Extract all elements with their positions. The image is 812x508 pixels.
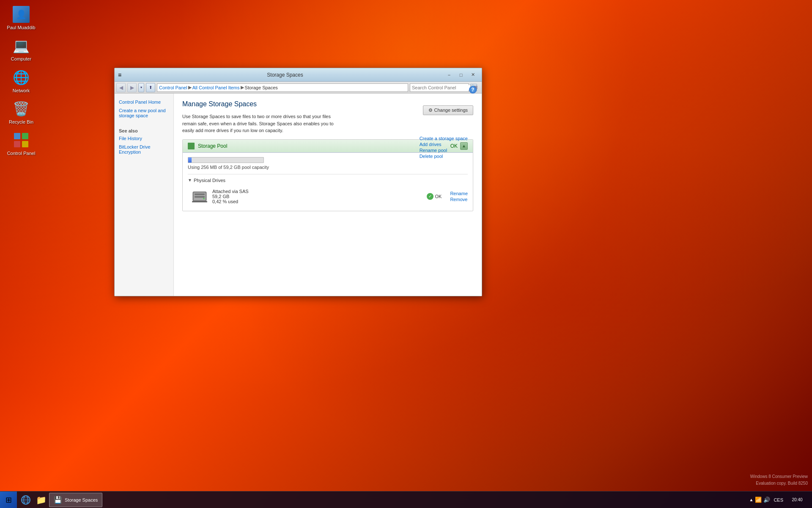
user-icon: 👤	[13, 6, 30, 23]
pool-collapse-button[interactable]: ▲	[460, 142, 468, 150]
file-explorer-icon: 📁	[36, 495, 47, 505]
window-controls: − □ ✕	[444, 71, 478, 79]
path-sep-2: ▶	[241, 85, 244, 90]
taskbar-clock[interactable]: 20:40	[787, 497, 808, 502]
storage-spaces-taskbar-label: Storage Spaces	[65, 497, 98, 502]
storage-spaces-window: ≡ Storage Spaces − □ ✕ ◀ ▶ ▾ ⬆ Control P…	[114, 68, 482, 296]
desktop-icons: 👤 Paul Muaddib 💻 Computer 🌐 Network 🗑️ R…	[4, 4, 38, 158]
drive-status: ✓ OK	[427, 193, 442, 200]
taskbar-items: 📁 💾 Storage Spaces	[17, 491, 745, 508]
svg-rect-9	[192, 201, 207, 202]
desktop-icon-control-panel[interactable]: Control Panel	[4, 130, 38, 158]
network-icon-label: Network	[13, 88, 30, 94]
storage-spaces-taskbar-icon: 💾	[54, 496, 62, 504]
volume-tray-icon: 🔊	[763, 497, 770, 503]
status-check-icon: ✓	[427, 193, 433, 200]
taskbar-ces-label: CES	[774, 497, 783, 502]
pool-name: Storage Pool	[198, 143, 227, 149]
main-content: Manage Storage Spaces Use Storage Spaces…	[174, 94, 482, 296]
windows-logo: ⊞	[5, 495, 12, 505]
sidebar-see-also-header: See also	[115, 127, 173, 134]
sidebar-create-pool[interactable]: Create a new pool and storage space	[115, 106, 173, 120]
path-sep-1: ▶	[188, 85, 192, 90]
sidebar: Control Panel Home Create a new pool and…	[115, 94, 174, 296]
drive-connection: Attached via SAS	[212, 189, 427, 194]
desktop-icon-computer[interactable]: 💻 Computer	[4, 36, 38, 64]
remove-drive-link[interactable]: Remove	[450, 197, 468, 202]
drive-usage: 0,42 % used	[212, 199, 427, 204]
description-text: Use Storage Spaces to save files to two …	[182, 113, 335, 134]
change-settings-label: Change settings	[434, 108, 468, 113]
help-button[interactable]: ?	[469, 86, 477, 94]
recycle-bin-icon: 🗑️	[13, 100, 30, 117]
create-storage-space-link[interactable]: Create a storage space	[420, 136, 468, 141]
computer-icon-label: Computer	[11, 56, 31, 62]
capacity-fill	[188, 157, 192, 163]
drive-status-text: OK	[435, 194, 442, 199]
computer-icon: 💻	[13, 37, 30, 54]
tray-icons: ▲ 📶 🔊	[749, 497, 770, 503]
pd-title: Physical Drives	[194, 178, 225, 183]
path-all-items[interactable]: All Control Panel Items	[192, 85, 240, 90]
physical-drives-header[interactable]: ▼ Physical Drives	[188, 178, 468, 183]
storage-pool-section: Storage Pool OK ▲ Create a storage space…	[182, 139, 473, 211]
drive-size: 59,2 GB	[212, 194, 427, 199]
recycle-bin-icon-label: Recycle Bin	[9, 119, 33, 125]
settings-icon: ⚙	[428, 108, 433, 113]
back-button[interactable]: ◀	[116, 83, 126, 92]
pool-status-right: OK ▲	[450, 142, 468, 150]
taskbar-item-storage-spaces[interactable]: 💾 Storage Spaces	[49, 493, 102, 507]
sidebar-bitlocker[interactable]: BitLocker Drive Encryption	[115, 143, 173, 156]
nav-dropdown-button[interactable]: ▾	[138, 83, 144, 92]
capacity-bar-container: Using 256 MB of 59,2 GB pool capacity	[188, 157, 468, 170]
clock-time: 20:40	[792, 497, 802, 502]
search-input[interactable]	[412, 85, 470, 90]
window-body: Control Panel Home Create a new pool and…	[115, 94, 482, 296]
drive-icon	[191, 189, 208, 204]
recent-locations-button[interactable]: ⬆	[146, 83, 155, 92]
address-bar: ◀ ▶ ▾ ⬆ Control Panel ▶ All Control Pane…	[115, 82, 482, 94]
taskbar-item-file-explorer[interactable]: 📁	[34, 493, 48, 507]
capacity-text: Using 256 MB of 59,2 GB pool capacity	[188, 165, 468, 170]
control-panel-icon	[13, 132, 30, 149]
sidebar-control-panel-home[interactable]: Control Panel Home	[115, 98, 173, 106]
address-path[interactable]: Control Panel ▶ All Control Panel Items …	[157, 83, 408, 92]
pool-color-indicator	[188, 143, 195, 149]
svg-rect-6	[195, 193, 205, 195]
desktop-icon-paul[interactable]: 👤 Paul Muaddib	[4, 4, 38, 32]
build-info: Windows 8 Consumer Preview Evaluation co…	[750, 473, 808, 487]
taskbar-item-ie[interactable]	[19, 493, 33, 507]
pool-status-ok: OK	[450, 143, 458, 149]
search-box[interactable]: 🔍	[410, 83, 469, 92]
drive-actions: Rename Remove	[450, 191, 468, 202]
desktop-icon-recycle-bin[interactable]: 🗑️ Recycle Bin	[4, 99, 38, 127]
minimize-button[interactable]: −	[444, 71, 455, 79]
change-settings-button[interactable]: ⚙ Change settings	[423, 105, 474, 115]
pool-body: Create a storage space Add drives Rename…	[183, 153, 473, 211]
close-button[interactable]: ✕	[467, 71, 478, 79]
desktop: 👤 Paul Muaddib 💻 Computer 🌐 Network 🗑️ R…	[0, 0, 812, 508]
start-button[interactable]: ⊞	[0, 491, 17, 508]
network-tray-icon: 📶	[755, 497, 762, 503]
rename-drive-link[interactable]: Rename	[450, 191, 468, 196]
desktop-icon-network[interactable]: 🌐 Network	[4, 67, 38, 95]
capacity-bar	[188, 157, 264, 163]
pd-collapse-arrow: ▼	[188, 178, 192, 182]
physical-drives-section: ▼ Physical Drives	[188, 174, 468, 207]
maximize-button[interactable]: □	[455, 71, 466, 79]
path-control-panel[interactable]: Control Panel	[159, 85, 187, 90]
forward-button[interactable]: ▶	[127, 83, 137, 92]
table-row: Attached via SAS 59,2 GB 0,42 % used ✓ O…	[191, 186, 468, 207]
user-icon-label: Paul Muaddib	[7, 25, 35, 30]
delete-pool-link[interactable]: Delete pool	[420, 154, 468, 159]
sidebar-file-history[interactable]: File History	[115, 134, 173, 143]
drive-info: Attached via SAS 59,2 GB 0,42 % used	[212, 189, 427, 204]
tray-expand-icon[interactable]: ▲	[749, 497, 753, 502]
svg-rect-2	[14, 141, 20, 147]
network-icon: 🌐	[13, 69, 30, 86]
svg-rect-1	[22, 133, 28, 139]
window-title: Storage Spaces	[126, 72, 444, 78]
taskbar-right: ▲ 📶 🔊 CES 20:40	[745, 497, 812, 503]
control-panel-icon-label: Control Panel	[7, 150, 36, 156]
window-menu-icon[interactable]: ≡	[118, 72, 126, 78]
